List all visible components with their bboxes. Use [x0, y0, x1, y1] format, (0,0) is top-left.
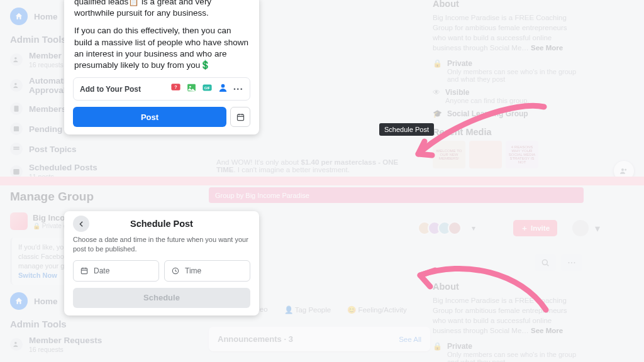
gif-icon[interactable]: GIF: [202, 82, 213, 96]
nav-label: Scheduled Posts: [29, 163, 97, 172]
strip-feeling[interactable]: 😊 Feeling/Activity: [347, 305, 407, 314]
compose-modal: qualified leads📋 is a great and very wor…: [64, 0, 259, 134]
invite-button[interactable]: ＋Invite: [513, 220, 557, 236]
user-avatar[interactable]: [572, 220, 589, 236]
about-panel: About Big Income Paradise is a FREE Coac…: [433, 282, 581, 362]
date-input[interactable]: Date: [73, 260, 159, 282]
media-thumb[interactable]: 4 REASONS WHY YOUR SOCIAL MEDIA STRATEGY…: [506, 141, 538, 168]
post-button[interactable]: Post: [73, 107, 226, 127]
schedule-button[interactable]: [230, 107, 250, 127]
media-thumb[interactable]: [469, 141, 502, 168]
more-icon[interactable]: ···: [233, 84, 243, 95]
about-panel: About Big Income Paradise is a FREE Coac…: [433, 0, 581, 168]
group-header-row: ▾ ＋Invite ▾: [421, 220, 600, 236]
nav-label: Member Requests: [29, 336, 102, 345]
svg-point-8: [625, 168, 626, 170]
bottom-screenshot: Manage Group Big Income Paradise 🔒 Priva…: [0, 181, 644, 362]
add-to-post-label: Add to Your Post: [80, 85, 141, 94]
svg-rect-2: [14, 106, 19, 111]
svg-point-0: [14, 57, 17, 60]
media-thumbs: WELCOME TO OUR NEW MEMBERS! 4 REASONS WH…: [433, 141, 581, 168]
about-heading: About: [433, 282, 581, 292]
avatar-dropdown[interactable]: ▾: [472, 224, 475, 233]
chevron-down-icon[interactable]: ▾: [595, 222, 600, 234]
svg-point-17: [14, 342, 17, 344]
svg-text:GIF: GIF: [204, 86, 210, 90]
svg-point-18: [542, 260, 547, 265]
more-button[interactable]: ···: [561, 254, 582, 272]
svg-point-12: [189, 86, 191, 88]
switch-now-link[interactable]: Switch Now: [18, 272, 57, 279]
nav-sub: 16 requests: [29, 346, 102, 353]
qa-icon[interactable]: ?: [170, 82, 181, 96]
person-add-icon: [10, 53, 23, 66]
person-add-icon: [10, 338, 23, 351]
privacy-label: Private: [447, 59, 581, 68]
modal-title: Schedule Post: [130, 219, 193, 229]
top-screenshot: Home Admin Tools Member Requests16 reque…: [0, 0, 644, 181]
announcements-card[interactable]: Announcements · 3 See All: [209, 327, 430, 351]
announcements-title: Announcements · 3: [218, 334, 293, 344]
member-avatars[interactable]: [421, 221, 462, 235]
clipboard-icon: [10, 102, 23, 115]
modal-hint: Choose a date and time in the future whe…: [73, 235, 250, 254]
about-description: Big Income Paradise is a FREE Coaching G…: [433, 13, 581, 53]
see-more-link[interactable]: See More: [531, 44, 563, 52]
calendar-icon: [10, 165, 23, 178]
clock-icon: [171, 266, 180, 275]
privacy-sub: Only members can see who's in the group …: [447, 351, 581, 362]
see-more-link[interactable]: See More: [531, 327, 563, 334]
svg-rect-19: [81, 268, 87, 274]
nav-label: Home: [34, 12, 58, 21]
lock-icon: 🔒: [433, 342, 442, 351]
lock-icon: 🔒: [433, 59, 442, 68]
photo-icon[interactable]: [186, 82, 197, 96]
recent-media-heading: Recent Media: [433, 127, 581, 137]
svg-rect-16: [237, 114, 243, 120]
nav-post-topics[interactable]: Post Topics: [5, 139, 147, 159]
back-button[interactable]: [73, 216, 89, 232]
home-icon: [10, 8, 28, 25]
time-label: Time: [185, 266, 201, 275]
eye-icon: 👁: [433, 88, 440, 97]
group-banner: Group by Big Income Paradise: [209, 187, 584, 203]
see-all-link[interactable]: See All: [399, 336, 421, 343]
privacy-sub: Only members can see who's in the group …: [447, 68, 581, 83]
privacy-label: Private: [447, 342, 581, 351]
learning-label: Social Learning Group: [447, 109, 528, 118]
visible-sub: Anyone can find this group.: [445, 97, 529, 104]
add-to-post-row: Add to Your Post ? GIF ···: [73, 77, 250, 101]
nav-member-requests[interactable]: Member Requests16 requests: [5, 332, 147, 357]
strip-tag[interactable]: 👤 Tag People: [284, 305, 331, 314]
group-thumb: [10, 212, 28, 230]
tag-people-icon[interactable]: [218, 82, 228, 96]
home-icon: [10, 292, 28, 310]
section-admin-tools: Admin Tools: [5, 314, 147, 332]
svg-rect-4: [13, 147, 19, 148]
compose-text[interactable]: qualified leads📋 is a great and very wor…: [73, 0, 250, 71]
time-input[interactable]: Time: [164, 260, 250, 282]
svg-rect-5: [13, 148, 19, 150]
schedule-tooltip: Schedule Post: [379, 123, 434, 136]
svg-point-7: [621, 168, 624, 171]
nav-label: Post Topics: [29, 145, 77, 154]
media-thumb[interactable]: WELCOME TO OUR NEW MEMBERS!: [433, 141, 465, 168]
about-heading: About: [433, 0, 581, 9]
visible-label: Visible: [445, 88, 529, 97]
svg-text:?: ?: [174, 85, 177, 90]
svg-rect-3: [14, 126, 19, 131]
about-description: Big Income Paradise is a FREE Coaching G…: [433, 295, 581, 336]
grad-cap-icon: 🎓: [433, 109, 442, 118]
background-text: And WOW! It's only about $1.40 per maste…: [216, 158, 411, 173]
calendar-icon: [80, 266, 89, 275]
schedule-modal: Schedule Post Choose a date and time in …: [64, 211, 259, 315]
manage-group-heading: Manage Group: [5, 185, 147, 209]
schedule-submit-button[interactable]: Schedule: [73, 288, 250, 308]
search-button[interactable]: [535, 254, 556, 272]
svg-rect-6: [13, 169, 19, 175]
date-label: Date: [94, 266, 109, 275]
person-check-icon: [10, 79, 23, 92]
svg-point-15: [221, 84, 225, 88]
search-tools: ···: [535, 254, 582, 272]
divider: [0, 177, 644, 185]
